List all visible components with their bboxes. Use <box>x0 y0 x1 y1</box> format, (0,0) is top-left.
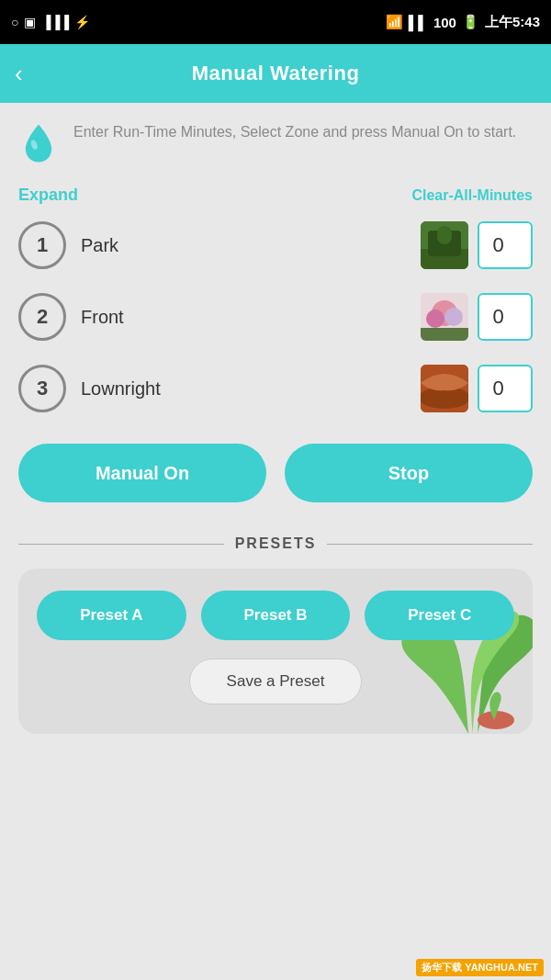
zone-thumb-2 <box>421 293 468 341</box>
preset-c-button[interactable]: Preset C <box>365 591 514 640</box>
wifi-icon: 📶 <box>386 14 403 30</box>
zone-minutes-input-2[interactable] <box>479 295 531 339</box>
status-bar: ○ ▣ ▐▐▐ ⚡ 📶 ▌▌ 100 🔋 上午5:43 <box>0 0 551 44</box>
zone-row: 3 Lownright <box>18 359 533 418</box>
signal-icon: ▌▌ <box>409 15 428 30</box>
page-title: Manual Watering <box>192 62 360 85</box>
zone-row: 2 Front <box>18 287 533 346</box>
watermark: 扬华下载 YANGHUA.NET <box>416 959 544 976</box>
manual-on-button[interactable]: Manual On <box>18 444 266 502</box>
bluetooth-icon: ▣ <box>24 15 36 29</box>
expand-button[interactable]: Expand <box>18 186 78 205</box>
zone-minutes-input-3[interactable] <box>479 366 531 411</box>
presets-divider: PRESETS <box>18 535 533 552</box>
zone-name-2: Front <box>81 307 421 328</box>
usb-icon: ⚡ <box>74 15 90 29</box>
preset-card: Preset A Preset B Preset C Save a Preset <box>18 569 533 734</box>
zone-number-2: 2 <box>18 293 66 341</box>
status-left: ○ ▣ ▐▐▐ ⚡ <box>11 15 90 29</box>
svg-point-7 <box>426 310 444 328</box>
circle-icon: ○ <box>11 15 18 29</box>
save-preset-button[interactable]: Save a Preset <box>189 659 363 704</box>
instruction-text: Enter Run-Time Minutes, Select Zone and … <box>73 121 516 143</box>
water-drop-icon <box>18 123 59 163</box>
zone-minutes-input-1[interactable] <box>479 223 531 267</box>
zone-minutes-3[interactable] <box>478 365 533 412</box>
zone-minutes-2[interactable] <box>478 293 533 341</box>
instruction-row: Enter Run-Time Minutes, Select Zone and … <box>18 121 533 163</box>
zone-thumb-1 <box>421 221 468 269</box>
preset-a-button[interactable]: Preset A <box>37 591 186 640</box>
zone-thumb-3 <box>421 365 468 412</box>
zone-row: 1 Park <box>18 216 533 275</box>
header: ‹ Manual Watering <box>0 44 551 103</box>
stop-button[interactable]: Stop <box>285 444 533 502</box>
back-button[interactable]: ‹ <box>15 60 23 88</box>
time-display: 上午5:43 <box>485 14 540 31</box>
zone-name-1: Park <box>81 235 421 256</box>
bars-icon: ▐▐▐ <box>41 15 69 29</box>
zone-name-3: Lownright <box>81 378 421 400</box>
preset-b-button[interactable]: Preset B <box>201 591 351 640</box>
battery-level: 100 <box>433 15 456 30</box>
status-right: 📶 ▌▌ 100 🔋 上午5:43 <box>386 14 540 31</box>
zone-minutes-1[interactable] <box>478 221 533 269</box>
preset-buttons-row: Preset A Preset B Preset C <box>37 591 514 640</box>
main-content: Enter Run-Time Minutes, Select Zone and … <box>0 103 551 521</box>
battery-icon: 🔋 <box>462 14 479 30</box>
expand-clear-row: Expand Clear-All-Minutes <box>18 186 533 205</box>
divider-left <box>18 544 224 545</box>
clear-all-button[interactable]: Clear-All-Minutes <box>411 187 533 204</box>
presets-label: PRESETS <box>235 535 317 552</box>
zone-number-1: 1 <box>18 221 66 269</box>
divider-right <box>327 544 533 545</box>
svg-point-8 <box>444 308 463 326</box>
svg-rect-4 <box>437 226 452 244</box>
action-buttons-row: Manual On Stop <box>18 444 533 521</box>
zone-number-3: 3 <box>18 365 66 412</box>
presets-section: PRESETS Preset A Preset B Preset C Save … <box>0 521 551 734</box>
svg-rect-9 <box>421 328 468 341</box>
zones-list: 1 Park 2 Front <box>18 216 533 418</box>
